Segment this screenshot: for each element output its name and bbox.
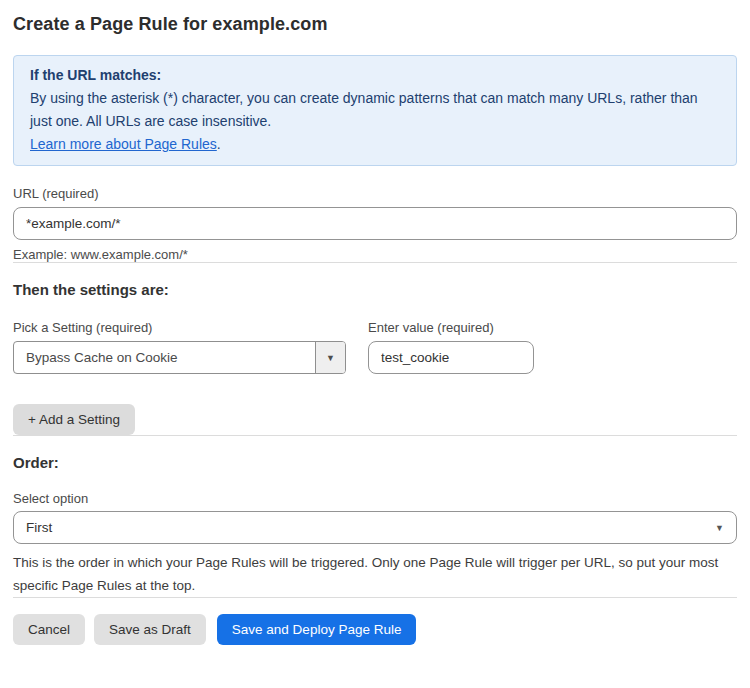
page-title: Create a Page Rule for example.com [13, 14, 737, 35]
save-and-deploy-button[interactable]: Save and Deploy Page Rule [217, 614, 417, 645]
url-matches-info-box: If the URL matches: By using the asteris… [13, 55, 737, 166]
order-help-text: This is the order in which your Page Rul… [13, 551, 737, 597]
url-input[interactable] [13, 207, 737, 240]
info-box-body: By using the asterisk (*) character, you… [30, 87, 720, 133]
chevron-down-icon: ▼ [715, 523, 724, 533]
add-setting-button[interactable]: + Add a Setting [13, 404, 135, 435]
setting-value-column: Enter value (required) [368, 298, 534, 374]
order-select-value: First [26, 520, 52, 535]
setting-select-value: Bypass Cache on Cookie [14, 342, 315, 373]
divider [13, 435, 737, 436]
settings-row: Pick a Setting (required) Bypass Cache o… [13, 298, 737, 374]
order-section-heading: Order: [13, 454, 737, 471]
info-box-link-line: Learn more about Page Rules. [30, 133, 720, 156]
setting-select[interactable]: Bypass Cache on Cookie ▼ [13, 341, 346, 374]
footer-actions: Cancel Save as Draft Save and Deploy Pag… [13, 614, 737, 645]
order-select-label: Select option [13, 491, 737, 506]
setting-picker-column: Pick a Setting (required) Bypass Cache o… [13, 298, 346, 374]
url-example-text: Example: www.example.com/* [13, 247, 737, 262]
create-page-rule-form: Create a Page Rule for example.com If th… [0, 0, 750, 657]
order-select[interactable]: First ▼ [13, 511, 737, 544]
enter-value-label: Enter value (required) [368, 320, 534, 335]
chevron-down-icon: ▼ [326, 353, 335, 363]
cancel-button[interactable]: Cancel [13, 614, 85, 645]
setting-select-arrow-button[interactable]: ▼ [315, 342, 345, 373]
info-box-heading: If the URL matches: [30, 64, 720, 87]
link-suffix: . [217, 136, 221, 152]
setting-value-input[interactable] [368, 341, 534, 374]
learn-more-link[interactable]: Learn more about Page Rules [30, 136, 217, 152]
divider [13, 597, 737, 598]
url-label: URL (required) [13, 186, 737, 201]
settings-section-heading: Then the settings are: [13, 281, 737, 298]
divider [13, 262, 737, 263]
pick-setting-label: Pick a Setting (required) [13, 320, 346, 335]
save-as-draft-button[interactable]: Save as Draft [94, 614, 206, 645]
